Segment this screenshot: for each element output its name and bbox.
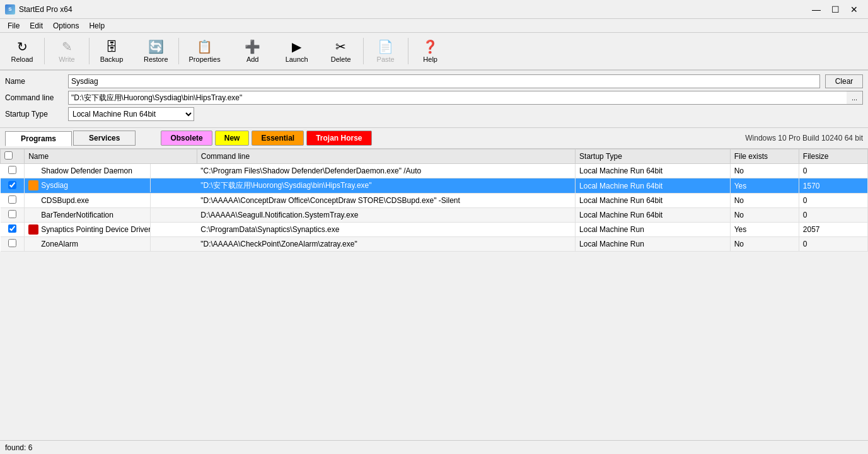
filter-essential-button[interactable]: Essential: [252, 131, 304, 146]
delete-button[interactable]: ✂ Delete: [319, 33, 363, 69]
col-cmd-label: Command line: [201, 152, 250, 161]
name-input[interactable]: [68, 74, 820, 88]
clear-button[interactable]: Clear: [825, 74, 863, 88]
row-icon: [28, 180, 38, 190]
row-name-cell: Sysdiag: [25, 178, 151, 192]
cmd-input-wrap: ...: [68, 91, 863, 105]
menu-file[interactable]: File: [3, 20, 25, 32]
tab-programs[interactable]: Programs: [5, 131, 72, 146]
col-check[interactable]: [1, 149, 25, 164]
col-size-header[interactable]: Filesize: [799, 149, 867, 164]
menu-help[interactable]: Help: [84, 20, 110, 32]
write-label: Write: [59, 55, 74, 63]
row-checkbox[interactable]: [8, 195, 16, 204]
programs-table: Name Command line Startup Type File exis…: [0, 149, 868, 252]
col-startup-header[interactable]: Startup Type: [576, 149, 731, 164]
row-startup-cell: Local Machine Run 64bit: [576, 178, 731, 194]
row-name-cell: Synaptics Pointing Device Driver: [25, 223, 151, 236]
row-name: CDSBupd.exe: [41, 196, 89, 205]
paste-button[interactable]: 📄 Paste: [364, 33, 408, 69]
menu-options[interactable]: Options: [48, 20, 84, 32]
tabs-row: Programs Services Obsolete New Essential…: [0, 128, 868, 149]
properties-label: Properties: [189, 55, 221, 63]
row-checkbox[interactable]: [8, 166, 16, 174]
filter-trojan-button[interactable]: Trojan Horse: [306, 131, 371, 146]
col-size-label: Filesize: [803, 152, 829, 161]
app-icon: S: [5, 4, 15, 15]
col-file-header[interactable]: File exists: [730, 149, 799, 164]
col-name-label: Name: [28, 152, 49, 161]
filter-buttons: Obsolete New Essential Trojan Horse: [161, 131, 371, 146]
backup-label: Backup: [100, 55, 124, 63]
reload-button[interactable]: ↻ Reload: [0, 33, 44, 69]
table-row[interactable]: Sysdiag"D:\安下载应用\Huorong\Sysdiag\bin\Hip…: [1, 178, 868, 194]
properties-icon: 📋: [197, 39, 212, 54]
filter-obsolete-button[interactable]: Obsolete: [161, 131, 212, 146]
table-row[interactable]: BarTenderNotificationD:\AAAAA\Seagull.No…: [1, 208, 868, 223]
row-icon: [28, 224, 38, 235]
paste-icon: 📄: [378, 39, 393, 54]
write-icon: ✎: [62, 39, 72, 54]
maximize-button[interactable]: ☐: [826, 3, 844, 16]
restore-button[interactable]: 🔄 Restore: [134, 33, 178, 69]
row-icon-placeholder: [28, 195, 38, 206]
row-name: ZoneAlarm: [41, 240, 78, 248]
table-row[interactable]: Shadow Defender Daemon"C:\Program Files\…: [1, 164, 868, 178]
name-row: Name Clear: [5, 74, 863, 88]
startup-row: Startup Type Local Machine Run Local Mac…: [5, 107, 863, 121]
add-button[interactable]: ➕ Add: [231, 33, 275, 69]
row-startup-cell: Local Machine Run: [576, 237, 731, 252]
row-cmd-cell: D:\AAAAA\Seagull.Notification.SystemTray…: [197, 208, 575, 223]
table-header-row: Name Command line Startup Type File exis…: [1, 149, 868, 164]
col-startup-label: Startup Type: [579, 152, 622, 161]
backup-button[interactable]: 🗄 Backup: [90, 33, 134, 69]
write-button[interactable]: ✎ Write: [45, 33, 89, 69]
row-cmd-cell: C:\ProgramData\Synaptics\Synaptics.exe: [197, 223, 575, 237]
row-checkbox[interactable]: [8, 239, 16, 247]
row-checkbox-cell: [1, 178, 25, 194]
titlebar-controls: — ☐ ✕: [807, 3, 863, 16]
statusbar: found: 6: [0, 440, 868, 454]
table-row[interactable]: ZoneAlarm"D:\AAAAA\CheckPoint\ZoneAlarm\…: [1, 237, 868, 252]
help-label: Help: [423, 55, 437, 63]
tabs-left: Programs Services Obsolete New Essential…: [5, 131, 372, 146]
restore-label: Restore: [144, 55, 168, 63]
minimize-button[interactable]: —: [807, 3, 825, 16]
row-checkbox[interactable]: [8, 210, 16, 218]
col-cmd-header[interactable]: Command line: [197, 149, 575, 164]
table-row[interactable]: Synaptics Pointing Device DriverC:\Progr…: [1, 223, 868, 237]
select-all-checkbox[interactable]: [4, 151, 13, 160]
row-size-cell: 0: [799, 194, 867, 208]
row-file-cell: No: [730, 164, 799, 178]
table-row[interactable]: CDSBupd.exe"D:\AAAAA\ConceptDraw Office\…: [1, 194, 868, 208]
launch-button[interactable]: ▶ Launch: [275, 33, 319, 69]
row-checkbox-cell: [1, 208, 25, 223]
fields-area: Name Clear Command line ... Startup Type…: [0, 71, 868, 128]
startup-select[interactable]: Local Machine Run Local Machine Run 64bi…: [68, 107, 194, 121]
name-input-wrap: [68, 74, 820, 88]
row-name-cell: Shadow Defender Daemon: [25, 164, 151, 178]
row-checkbox[interactable]: [8, 181, 16, 189]
menubar: File Edit Options Help: [0, 19, 868, 33]
row-startup-cell: Local Machine Run: [576, 223, 731, 237]
add-icon: ➕: [245, 39, 260, 54]
table-area: Name Command line Startup Type File exis…: [0, 149, 868, 252]
help-button[interactable]: ❓ Help: [408, 33, 453, 69]
close-button[interactable]: ✕: [845, 3, 863, 16]
filter-new-button[interactable]: New: [215, 131, 250, 146]
properties-button[interactable]: 📋 Properties: [179, 33, 231, 69]
row-size-cell: 1570: [799, 178, 867, 194]
row-file-cell: Yes: [730, 223, 799, 237]
col-name-header[interactable]: Name: [25, 149, 197, 164]
row-cmd-cell: "D:\安下载应用\Huorong\Sysdiag\bin\HipsTray.e…: [197, 178, 575, 194]
cmd-input[interactable]: [68, 91, 847, 105]
row-startup-cell: Local Machine Run 64bit: [576, 194, 731, 208]
row-checkbox[interactable]: [8, 224, 16, 233]
menu-edit[interactable]: Edit: [25, 20, 48, 32]
reload-icon: ↻: [17, 39, 28, 54]
browse-button[interactable]: ...: [847, 91, 863, 105]
row-cmd-cell: "D:\AAAAA\ConceptDraw Office\ConceptDraw…: [197, 194, 575, 208]
tab-services[interactable]: Services: [73, 131, 136, 146]
row-name-cell: BarTenderNotification: [25, 208, 151, 222]
reload-label: Reload: [11, 55, 33, 63]
